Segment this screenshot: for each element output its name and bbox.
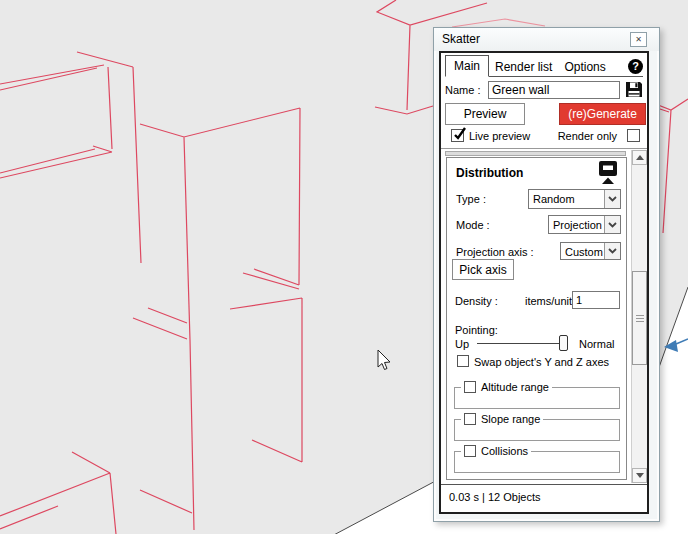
vertical-scrollbar[interactable]: [631, 150, 647, 483]
live-preview-checkbox[interactable]: [451, 129, 464, 142]
close-button[interactable]: ✕: [630, 32, 647, 47]
density-input[interactable]: [572, 291, 620, 309]
scroll-down-button[interactable]: [632, 468, 647, 483]
render-only-checkbox[interactable]: [627, 129, 640, 142]
scroll-thumb[interactable]: [632, 271, 647, 365]
main-panel: Main Render list Options ? Name :: [439, 51, 649, 514]
tab-render-list[interactable]: Render list: [489, 57, 558, 76]
regenerate-button[interactable]: (re)Generate: [559, 103, 646, 125]
chevron-down-icon: [604, 243, 620, 259]
distribution-group: Distribution Type : Random: [446, 157, 627, 480]
status-text: 0.03 s | 12 Objects: [449, 491, 541, 503]
question-icon: ?: [632, 60, 639, 72]
checkmark-icon: [452, 126, 468, 142]
grip-lines-icon: [636, 315, 644, 322]
name-input[interactable]: [488, 81, 620, 99]
collisions-label: Collisions: [481, 445, 528, 457]
scroll-up-button[interactable]: [632, 150, 647, 165]
slope-range-checkbox[interactable]: [464, 413, 476, 425]
type-dropdown-value: Random: [529, 190, 604, 208]
slope-range-label: Slope range: [481, 413, 540, 425]
tab-bar: Main Render list Options ?: [445, 57, 643, 77]
skatter-dialog: Skatter ✕ Main Render list Options ? Nam…: [433, 27, 660, 522]
pointing-slider-track[interactable]: [477, 343, 565, 344]
projection-axis-dropdown[interactable]: Custom: [560, 242, 621, 260]
distribution-title: Distribution: [456, 166, 523, 180]
preview-button[interactable]: Preview: [445, 103, 525, 125]
name-label: Name :: [445, 84, 480, 96]
density-unit-label: items/unit: [525, 295, 572, 307]
scrolled-section-remnant: [445, 151, 626, 156]
collisions-section: Collisions: [454, 445, 620, 473]
help-button[interactable]: ?: [628, 59, 643, 74]
save-icon[interactable]: [625, 81, 643, 98]
mode-dropdown-value: Projection: [549, 216, 604, 233]
collapse-section-icon[interactable]: [598, 161, 618, 185]
live-preview-label: Live preview: [469, 130, 530, 142]
preview-options-row: Live preview Render only: [441, 129, 647, 144]
status-bar: 0.03 s | 12 Objects: [441, 485, 647, 512]
scroll-region: Distribution Type : Random: [441, 148, 647, 485]
close-icon: ✕: [635, 35, 642, 44]
mode-label: Mode :: [456, 219, 490, 231]
projection-axis-dropdown-value: Custom: [561, 243, 604, 259]
action-buttons: Preview (re)Generate: [441, 103, 647, 126]
projection-axis-label: Projection axis :: [456, 246, 534, 258]
pick-axis-button[interactable]: Pick axis: [452, 259, 514, 280]
swap-axes-checkbox[interactable]: [457, 355, 469, 367]
type-label: Type :: [456, 193, 486, 205]
triangle-up-icon: [636, 155, 644, 160]
dialog-title: Skatter: [442, 32, 480, 46]
pointing-slider-thumb[interactable]: [559, 335, 568, 351]
dialog-titlebar[interactable]: Skatter ✕: [434, 28, 659, 51]
pointing-normal-label: Normal: [579, 338, 614, 350]
pointing-up-label: Up: [455, 338, 469, 350]
mode-dropdown[interactable]: Projection: [548, 215, 621, 234]
altitude-range-label: Altitude range: [481, 381, 549, 393]
tab-options[interactable]: Options: [558, 57, 611, 76]
triangle-down-icon: [636, 473, 644, 478]
altitude-range-section: Altitude range: [454, 381, 620, 409]
altitude-range-checkbox[interactable]: [464, 381, 476, 393]
screenshot-root: Skatter ✕ Main Render list Options ? Nam…: [0, 0, 688, 534]
pointing-label: Pointing:: [455, 324, 498, 336]
name-row: Name :: [441, 81, 647, 101]
chevron-down-icon: [604, 216, 620, 233]
chevron-down-icon: [604, 190, 620, 208]
render-only-label: Render only: [558, 130, 617, 142]
collisions-checkbox[interactable]: [464, 445, 476, 457]
swap-axes-label: Swap object's Y and Z axes: [474, 356, 609, 368]
tab-main[interactable]: Main: [445, 55, 489, 77]
slope-range-section: Slope range: [454, 413, 620, 441]
density-label: Density :: [455, 295, 498, 307]
type-dropdown[interactable]: Random: [528, 189, 621, 209]
